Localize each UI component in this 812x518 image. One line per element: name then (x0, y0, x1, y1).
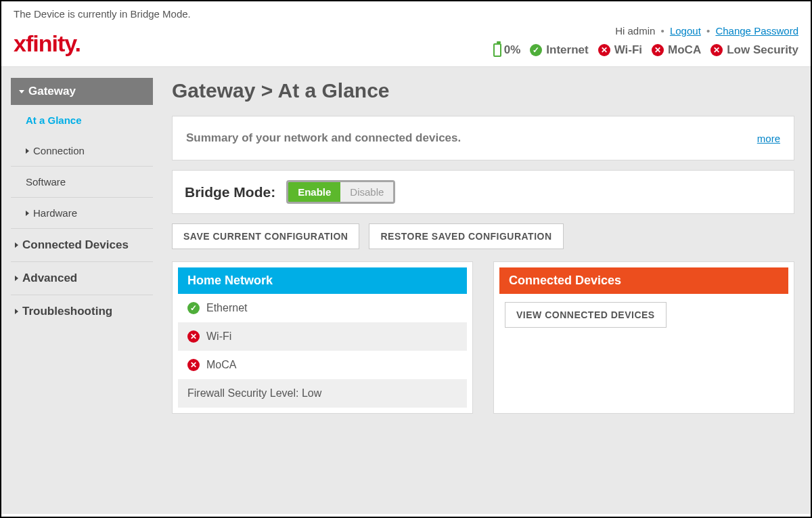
bridge-mode-notice: The Device is currently in Bridge Mode. (1, 1, 811, 21)
sidebar-item-connected-devices[interactable]: Connected Devices (11, 229, 153, 262)
check-icon: ✓ (187, 302, 200, 314)
x-icon: ✕ (652, 44, 664, 56)
status-wifi: ✕ Wi-Fi (598, 43, 642, 57)
change-password-link[interactable]: Change Password (715, 25, 798, 37)
greeting-text: Hi admin (615, 25, 655, 37)
sidebar-item-troubleshooting[interactable]: Troubleshooting (11, 295, 153, 328)
bridge-mode-box: Bridge Mode: Enable Disable (172, 170, 794, 214)
bridge-enable-button[interactable]: Enable (288, 182, 340, 202)
network-row-wifi: ✕ Wi-Fi (178, 322, 467, 351)
network-label: Wi-Fi (206, 330, 231, 343)
config-buttons-row: SAVE CURRENT CONFIGURATION RESTORE SAVED… (172, 223, 794, 249)
firewall-row: Firewall Security Level: Low (178, 379, 467, 408)
summary-box: Summary of your network and connected de… (172, 116, 794, 160)
bridge-disable-button[interactable]: Disable (340, 182, 393, 202)
connected-devices-header: Connected Devices (499, 267, 788, 294)
status-internet: ✓ Internet (530, 43, 588, 57)
sidebar-item-label: At a Glance (26, 114, 82, 126)
network-row-moca: ✕ MoCA (178, 351, 467, 379)
save-config-button[interactable]: SAVE CURRENT CONFIGURATION (172, 223, 359, 249)
connected-devices-body: VIEW CONNECTED DEVICES (499, 294, 788, 336)
status-moca: ✕ MoCA (652, 43, 701, 57)
status-label: MoCA (668, 43, 701, 57)
status-label: Internet (546, 43, 588, 57)
summary-text: Summary of your network and connected de… (186, 131, 461, 145)
status-label: Wi-Fi (614, 43, 642, 57)
x-icon: ✕ (598, 44, 610, 56)
sidebar-item-software[interactable]: Software (11, 167, 153, 198)
header: xfinity. Hi admin • Logout • Change Pass… (1, 21, 811, 67)
sidebar-item-advanced[interactable]: Advanced (11, 262, 153, 295)
sidebar: Gateway At a Glance Connection Software … (1, 67, 153, 514)
x-icon: ✕ (187, 359, 200, 371)
header-right: Hi admin • Logout • Change Password 0% ✓… (493, 25, 798, 57)
battery-status: 0% (493, 43, 521, 57)
battery-percent: 0% (504, 43, 521, 57)
panels-row: Home Network ✓ Ethernet ✕ Wi-Fi ✕ MoCA F… (172, 261, 794, 414)
sidebar-item-connection[interactable]: Connection (11, 135, 153, 167)
home-network-header: Home Network (178, 267, 467, 294)
sidebar-item-label: Hardware (33, 207, 77, 219)
restore-config-button[interactable]: RESTORE SAVED CONFIGURATION (369, 223, 563, 249)
sidebar-header-gateway[interactable]: Gateway (11, 78, 153, 105)
firewall-value: Low (302, 387, 321, 399)
sidebar-header-label: Gateway (28, 85, 76, 98)
check-icon: ✓ (530, 44, 542, 56)
chevron-down-icon (19, 90, 24, 93)
separator-dot: • (660, 25, 664, 37)
sidebar-item-label: Connection (33, 145, 85, 156)
sidebar-item-hardware[interactable]: Hardware (11, 198, 153, 229)
chevron-right-icon (26, 211, 29, 216)
connected-devices-panel: Connected Devices VIEW CONNECTED DEVICES (493, 261, 794, 414)
view-connected-devices-button[interactable]: VIEW CONNECTED DEVICES (505, 302, 667, 328)
more-link[interactable]: more (757, 133, 780, 144)
page-title: Gateway > At a Glance (172, 79, 794, 102)
network-label: Ethernet (206, 302, 247, 314)
home-network-panel: Home Network ✓ Ethernet ✕ Wi-Fi ✕ MoCA F… (172, 261, 473, 414)
sidebar-item-label: Software (26, 176, 66, 188)
chevron-right-icon (15, 242, 18, 248)
bridge-mode-label: Bridge Mode: (185, 184, 275, 200)
chevron-right-icon (15, 309, 18, 314)
chevron-right-icon (26, 148, 29, 154)
chevron-right-icon (15, 276, 18, 281)
separator-dot: • (706, 25, 710, 37)
firewall-label: Firewall Security Level: (187, 387, 299, 399)
network-row-ethernet: ✓ Ethernet (178, 294, 467, 322)
x-icon: ✕ (187, 330, 200, 343)
sidebar-item-label: Advanced (22, 272, 77, 285)
sidebar-item-label: Connected Devices (22, 238, 129, 252)
status-security: ✕ Low Security (710, 43, 798, 57)
battery-icon (493, 43, 501, 57)
content: Gateway > At a Glance Summary of your ne… (153, 67, 811, 514)
sidebar-item-label: Troubleshooting (22, 305, 112, 318)
xfinity-logo: xfinity. (14, 25, 81, 57)
x-icon: ✕ (710, 44, 723, 56)
main-area: Gateway At a Glance Connection Software … (1, 67, 811, 514)
bridge-toggle: Enable Disable (286, 180, 395, 204)
network-label: MoCA (206, 359, 236, 371)
status-label: Low Security (727, 43, 798, 57)
auth-line: Hi admin • Logout • Change Password (493, 25, 798, 37)
logout-link[interactable]: Logout (670, 25, 701, 37)
sidebar-item-at-a-glance[interactable]: At a Glance (11, 105, 153, 135)
status-line: 0% ✓ Internet ✕ Wi-Fi ✕ MoCA ✕ Low Secur… (493, 43, 798, 57)
